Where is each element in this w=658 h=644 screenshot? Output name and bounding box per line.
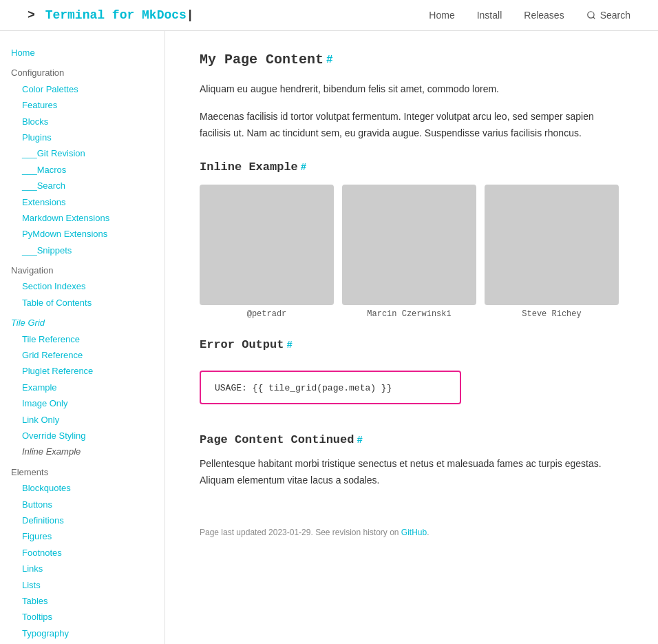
- content-continued-heading: Page Content Continued#: [200, 433, 624, 446]
- footer-github-link[interactable]: GitHub: [401, 528, 427, 537]
- sidebar-item-git-revision[interactable]: ___Git Revision: [22, 145, 153, 161]
- sidebar-item-figures[interactable]: Figures: [22, 528, 153, 544]
- para-3: Pellentesque habitant morbi tristique se…: [200, 456, 624, 489]
- sidebar-item-inline-example-active[interactable]: Inline Example: [22, 444, 153, 459]
- sidebar-item-example[interactable]: Example: [22, 380, 153, 395]
- sidebar-item-markdown-extensions[interactable]: Markdown Extensions: [22, 210, 153, 226]
- svg-line-1: [593, 17, 595, 19]
- sidebar-section-configuration: Configuration: [11, 65, 153, 81]
- logo-cursor: |: [187, 8, 194, 22]
- sidebar: Home Configuration Color Palettes Featur…: [0, 31, 165, 644]
- sidebar-item-tooltips[interactable]: Tooltips: [22, 609, 153, 625]
- nav-releases[interactable]: Releases: [524, 10, 564, 21]
- sidebar-tile-group: Tile Reference Grid Reference Pluglet Re…: [11, 331, 153, 460]
- sidebar-item-tile-reference[interactable]: Tile Reference: [22, 331, 153, 347]
- sidebar-item-grid-reference[interactable]: Grid Reference: [22, 347, 153, 363]
- nav-home[interactable]: Home: [429, 10, 454, 21]
- sidebar-item-blockquotes[interactable]: Blockquotes: [22, 480, 153, 496]
- content-continued-anchor[interactable]: #: [357, 435, 362, 446]
- header-nav: Home Install Releases Search: [429, 10, 630, 21]
- page-title: My Page Content#: [200, 52, 624, 67]
- sidebar-item-footnotes[interactable]: Footnotes: [22, 545, 153, 561]
- image-wood-moss: [485, 185, 619, 305]
- sidebar-item-tables[interactable]: Tables: [22, 593, 153, 609]
- sidebar-item-features[interactable]: Features: [22, 97, 153, 113]
- sidebar-elements-group: Blockquotes Buttons Definitions Figures …: [11, 480, 153, 641]
- site-header: > Terminal for MkDocs| Home Install Rele…: [0, 0, 658, 31]
- search-icon: [586, 10, 596, 20]
- sidebar-item-macros[interactable]: ___Macros: [22, 162, 153, 178]
- logo-caret: >: [28, 8, 35, 22]
- footer-text: Page last updated 2023-01-29. See revisi…: [200, 528, 401, 537]
- sidebar-item-home[interactable]: Home: [11, 45, 153, 61]
- sidebar-item-table-of-contents[interactable]: Table of Contents: [22, 295, 153, 311]
- main-content: My Page Content# Aliquam eu augue hendre…: [165, 31, 658, 644]
- error-code: USAGE: {{ tile_grid(page.meta) }}: [215, 383, 392, 393]
- sidebar-item-link-only[interactable]: Link Only: [22, 412, 153, 428]
- image-leaves: [200, 185, 334, 305]
- para-2: Maecenas facilisis id tortor volutpat fe…: [200, 109, 624, 142]
- sidebar-section-elements: Elements: [11, 464, 153, 480]
- nav-search[interactable]: Search: [586, 10, 630, 21]
- page-footer: Page last updated 2023-01-29. See revisi…: [200, 517, 624, 537]
- sidebar-section-tile-grid[interactable]: Tile Grid: [11, 315, 153, 331]
- inline-example-anchor[interactable]: #: [301, 162, 306, 173]
- image-grid: @petradr Marcin Czerwinski Steve Richey: [200, 185, 624, 319]
- sidebar-item-override-styling[interactable]: Override Styling: [22, 428, 153, 444]
- sidebar-item-blocks[interactable]: Blocks: [22, 114, 153, 129]
- sidebar-section-navigation: Navigation: [11, 262, 153, 278]
- image-caption-2: Marcin Czerwinski: [367, 309, 451, 319]
- error-output-anchor[interactable]: #: [286, 340, 292, 351]
- svg-point-0: [587, 12, 593, 18]
- site-logo[interactable]: > Terminal for MkDocs|: [28, 8, 194, 22]
- para-1: Aliquam eu augue hendrerit, bibendum fel…: [200, 81, 624, 98]
- image-card-3: Steve Richey: [485, 185, 619, 319]
- sidebar-item-lists[interactable]: Lists: [22, 577, 153, 593]
- sidebar-item-color-palettes[interactable]: Color Palettes: [22, 81, 153, 97]
- sidebar-item-definitions[interactable]: Definitions: [22, 512, 153, 528]
- error-box: USAGE: {{ tile_grid(page.meta) }}: [200, 371, 461, 404]
- sidebar-item-pymdown-extensions[interactable]: PyMdown Extensions: [22, 226, 153, 242]
- error-output-heading: Error Output#: [200, 338, 624, 351]
- page-title-anchor[interactable]: #: [326, 54, 333, 66]
- sidebar-item-pluglet-reference[interactable]: Pluglet Reference: [22, 363, 153, 379]
- sidebar-item-section-indexes[interactable]: Section Indexes: [22, 278, 153, 294]
- sidebar-item-plugins[interactable]: Plugins: [22, 129, 153, 145]
- sidebar-item-links[interactable]: Links: [22, 561, 153, 577]
- image-caption-3: Steve Richey: [522, 309, 581, 319]
- image-caption-1: @petradr: [247, 309, 287, 319]
- sidebar-item-extensions[interactable]: Extensions: [22, 194, 153, 210]
- sidebar-item-snippets[interactable]: ___Snippets: [22, 242, 153, 258]
- sidebar-item-typography[interactable]: Typography: [22, 625, 153, 641]
- footer-end: .: [427, 528, 429, 537]
- inline-example-heading: Inline Example#: [200, 160, 624, 174]
- image-card-1: @petradr: [200, 185, 334, 319]
- sidebar-nav-group: Section Indexes Table of Contents: [11, 278, 153, 311]
- sidebar-item-image-only[interactable]: Image Only: [22, 395, 153, 411]
- sidebar-item-buttons[interactable]: Buttons: [22, 497, 153, 512]
- logo-text: Terminal for MkDocs: [45, 8, 187, 22]
- nav-install[interactable]: Install: [477, 10, 502, 21]
- sidebar-config-group: Color Palettes Features Blocks Plugins _…: [11, 81, 153, 258]
- page-layout: Home Configuration Color Palettes Featur…: [0, 31, 658, 644]
- image-green-mound: [342, 185, 476, 305]
- sidebar-item-search[interactable]: ___Search: [22, 178, 153, 194]
- image-card-2: Marcin Czerwinski: [342, 185, 476, 319]
